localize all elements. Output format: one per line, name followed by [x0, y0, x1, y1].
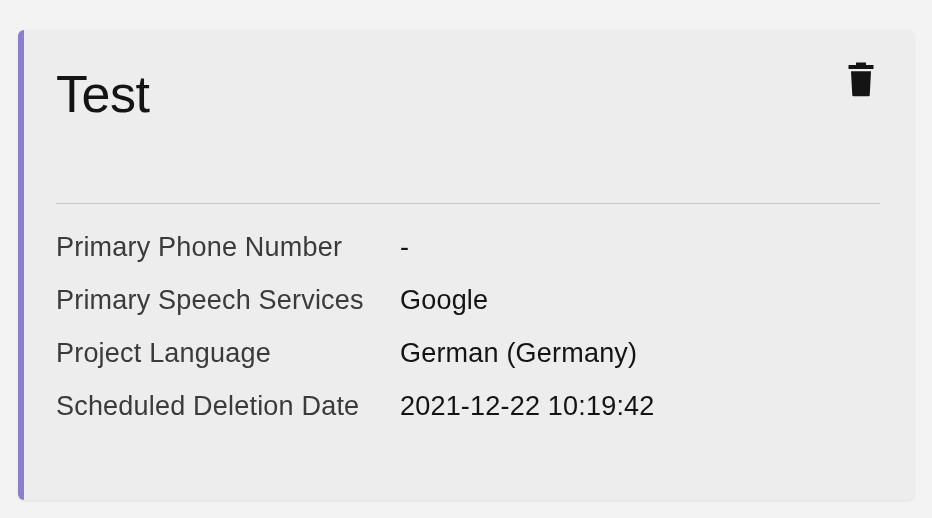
- primary-speech-label: Primary Speech Services: [56, 285, 400, 316]
- divider: [56, 203, 880, 204]
- primary-speech-value: Google: [400, 285, 880, 316]
- project-language-label: Project Language: [56, 338, 400, 369]
- scheduled-deletion-label: Scheduled Deletion Date: [56, 391, 400, 422]
- project-language-value: German (Germany): [400, 338, 880, 369]
- svg-rect-1: [856, 63, 866, 66]
- details-grid: Primary Phone Number - Primary Speech Se…: [56, 232, 880, 422]
- project-card: Test Primary Phone Number - Primary Spee…: [18, 30, 914, 500]
- card-header: Test: [56, 58, 880, 123]
- trash-icon: [846, 62, 876, 98]
- primary-phone-value: -: [400, 232, 880, 263]
- delete-button[interactable]: [842, 58, 880, 102]
- primary-phone-label: Primary Phone Number: [56, 232, 400, 263]
- scheduled-deletion-value: 2021-12-22 10:19:42: [400, 391, 880, 422]
- card-title: Test: [56, 58, 149, 123]
